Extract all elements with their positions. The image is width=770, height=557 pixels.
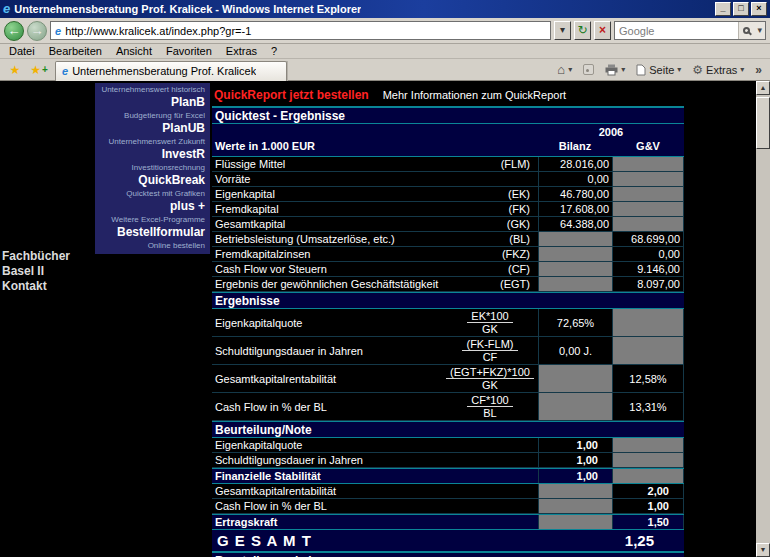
formula: (EGT+FKZ)*100 GK <box>442 365 538 392</box>
refresh-button[interactable]: ↻ <box>574 21 591 40</box>
close-button[interactable]: × <box>751 2 767 16</box>
formula-numerator: EK*100 <box>467 310 512 323</box>
scroll-down-button[interactable]: ▼ <box>756 543 770 557</box>
bilanz-value: 72,65% <box>538 309 612 336</box>
order-quickreport-link[interactable]: QuickReport jetzt bestellen <box>214 88 369 102</box>
row-label: Eigenkapitalquote <box>212 309 442 336</box>
menu-bearbeiten[interactable]: Bearbeiten <box>42 44 109 59</box>
search-input[interactable] <box>619 23 738 38</box>
bilanz-value: 0,00 J. <box>538 337 612 364</box>
search-button[interactable] <box>738 22 754 39</box>
row-code: (CF) <box>458 263 538 275</box>
table-header: 2006 Werte in 1.000 EUR Bilanz G&V <box>212 124 684 157</box>
bilanz-grade: 1,00 <box>538 453 612 467</box>
chevron-down-icon: ▾ <box>568 65 572 74</box>
grade-row: Cash Flow in % der BL 1,00 <box>212 499 684 514</box>
bilanz-value: 46.780,00 <box>538 187 612 201</box>
row-label: Cash Flow vor Steuern <box>212 263 458 275</box>
sidebar-item-bestellformular[interactable]: Bestellformular <box>95 225 210 241</box>
search-box: ▾ <box>614 21 766 40</box>
command-bar: ⌂ ▾ ▾ Seite ▾ ⚙ <box>552 60 767 79</box>
sidebar-item-fachbuecher[interactable]: Fachbücher <box>2 249 70 264</box>
navigation-bar: ← → e ▾ ↻ × ▾ <box>0 18 770 44</box>
menu-ansicht[interactable]: Ansicht <box>109 44 159 59</box>
stop-button[interactable]: × <box>594 21 611 40</box>
page-menu-button[interactable]: Seite ▾ <box>631 60 686 79</box>
section-title-beurteilungsskala: Beurteilungsskala <box>212 552 684 557</box>
empty-cell <box>612 157 684 171</box>
row-code: (BL) <box>458 233 538 245</box>
empty-cell <box>612 453 684 467</box>
empty-cell <box>538 393 612 420</box>
empty-cell <box>612 469 684 483</box>
feeds-button[interactable] <box>578 60 599 79</box>
guv-value: 13,31% <box>612 393 684 420</box>
back-button[interactable]: ← <box>4 21 24 41</box>
new-tab-strip[interactable] <box>287 61 299 81</box>
window-titlebar: e Unternehmensberatung Prof. Kralicek - … <box>0 0 770 18</box>
sidebar-item-basel[interactable]: Basel II <box>2 264 70 279</box>
menu-datei[interactable]: Datei <box>2 44 42 59</box>
tab-bar: ★ ★ + e Unternehmensberatung Prof. Krali… <box>0 59 770 81</box>
back-arrow-icon: ← <box>8 22 21 40</box>
tools-menu-label: Extras <box>706 64 737 76</box>
home-icon: ⌂ <box>557 63 565 76</box>
empty-cell <box>612 337 684 364</box>
print-button[interactable]: ▾ <box>600 60 630 79</box>
section-title-ergebnisse: Ergebnisse <box>212 292 684 309</box>
promo-row: QuickReport jetzt bestellen Mehr Informa… <box>212 87 684 107</box>
toolbar-overflow-button[interactable]: » <box>750 60 767 79</box>
menu-favoriten[interactable]: Favoriten <box>159 44 219 59</box>
browser-tab[interactable]: e Unternehmensberatung Prof. Kralicek <box>55 61 287 81</box>
scroll-up-button[interactable]: ▲ <box>756 81 770 95</box>
address-input[interactable] <box>65 23 548 38</box>
gesamt-value: 1,25 <box>538 532 684 549</box>
grade-row: Gesamtkapitalrentabilität 2,00 <box>212 484 684 499</box>
maximize-button[interactable]: □ <box>733 2 749 16</box>
formula-numerator: CF*100 <box>467 394 512 407</box>
grade-row: Eigenkapitalquote 1,00 <box>212 438 684 453</box>
home-button[interactable]: ⌂ ▾ <box>552 60 577 79</box>
favorites-center-button[interactable]: ★ <box>3 61 27 79</box>
menu-bar: Datei Bearbeiten Ansicht Favoriten Extra… <box>0 44 770 59</box>
empty-cell <box>612 438 684 452</box>
quickreport-info-link[interactable]: Mehr Informationen zum QuickReport <box>383 89 566 101</box>
sidebar-item-kontakt[interactable]: Kontakt <box>2 279 70 294</box>
row-code: (EK) <box>458 188 538 200</box>
guv-value: 68.699,00 <box>612 232 684 246</box>
plus-icon: + <box>42 65 48 75</box>
sidebar-item-planub[interactable]: PlanUB <box>95 121 210 137</box>
minimize-button[interactable]: _ <box>715 2 731 16</box>
formula: CF*100 BL <box>442 393 538 420</box>
row-label: Vorräte <box>212 173 458 185</box>
search-dropdown-button[interactable]: ▾ <box>754 22 765 39</box>
tab-title: Unternehmensberatung Prof. Kralicek <box>72 65 256 77</box>
vertical-scrollbar: ▲ ▼ <box>756 81 770 557</box>
bilanz-value: 28.016,00 <box>538 157 612 171</box>
add-favorite-button[interactable]: ★ + <box>27 61 51 79</box>
empty-cell <box>612 187 684 201</box>
guv-grade: 1,50 <box>612 515 684 529</box>
sidebar-caption: Budgetierung für Excel <box>95 111 210 121</box>
address-dropdown-button[interactable]: ▾ <box>554 21 571 40</box>
sidebar-item-quickbreak[interactable]: QuickBreak <box>95 173 210 189</box>
sidebar-item-investr[interactable]: InvestR <box>95 147 210 163</box>
sidebar-item-planb[interactable]: PlanB <box>95 95 210 111</box>
scrollbar-thumb[interactable] <box>756 97 770 149</box>
page-content: Unternehmenswert historisch PlanB Budget… <box>0 81 770 557</box>
menu-extras[interactable]: Extras <box>219 44 264 59</box>
guv-grade: 2,00 <box>612 484 684 498</box>
browser-window: e Unternehmensberatung Prof. Kralicek - … <box>0 0 770 557</box>
menu-help[interactable]: ? <box>264 44 284 59</box>
grade-subtotal-row: Ertragskraft 1,50 <box>212 514 684 530</box>
star-icon: ★ <box>30 64 41 76</box>
gesamt-row: G E S A M T 1,25 <box>212 530 684 552</box>
tools-menu-button[interactable]: ⚙ Extras ▾ <box>687 60 749 79</box>
quicktest-report: QuickReport jetzt bestellen Mehr Informa… <box>212 87 684 557</box>
bilanz-value: 0,00 <box>538 172 612 186</box>
table-row: Vorräte 0,00 <box>212 172 684 187</box>
sidebar-item-plus[interactable]: plus + <box>95 199 210 215</box>
table-row: Cash Flow vor Steuern(CF) 9.146,00 <box>212 262 684 277</box>
row-label: Flüssige Mittel <box>212 158 458 170</box>
forward-button[interactable]: → <box>27 21 47 41</box>
